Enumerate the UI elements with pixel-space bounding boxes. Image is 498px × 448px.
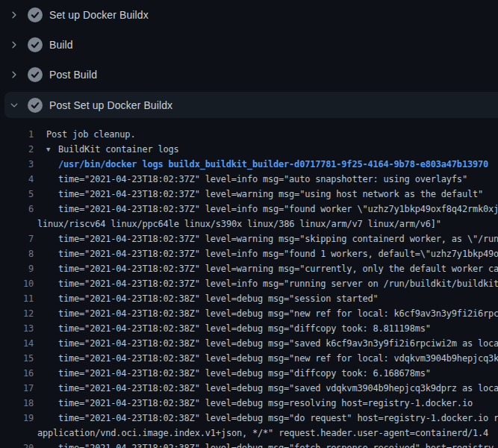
log-text: time="2021-04-23T18:02:38Z" level=debug … [58,291,379,306]
line-number[interactable]: 8 [0,246,34,261]
line-number[interactable]: 10 [0,276,34,291]
line-number[interactable]: 15 [0,351,34,366]
log-line: 7time="2021-04-23T18:02:37Z" level=warni… [0,231,498,246]
line-number[interactable]: 17 [0,381,34,396]
chevron-right-icon[interactable] [10,40,19,49]
step-title: Post Build [49,69,97,81]
line-number[interactable]: 9 [0,261,34,276]
chevron-right-icon[interactable] [10,10,19,19]
log-text: time="2021-04-23T18:02:38Z" level=debug … [58,351,498,366]
log-text: linux/riscv64 linux/ppc64le linux/s390x … [37,217,441,231]
log-text: Post job cleanup. [46,127,135,142]
step-section-set-up-docker-buildx[interactable]: Set up Docker Buildx [0,0,498,30]
log-text: time="2021-04-23T18:02:37Z" level=warnin… [58,261,498,276]
line-number[interactable]: 13 [0,321,34,336]
line-number[interactable]: 12 [0,306,34,321]
log-text: time="2021-04-23T18:02:38Z" level=debug … [58,321,431,336]
line-number[interactable]: 20 [0,441,34,448]
log-text: time="2021-04-23T18:02:37Z" level=info m… [58,276,498,291]
step-section-list: Set up Docker BuildxBuildPost BuildPost … [0,0,498,118]
log-line: 15time="2021-04-23T18:02:38Z" level=debu… [0,351,498,366]
log-command-text: /usr/bin/docker logs buildx_buildkit_bui… [58,157,488,172]
log-line: linux/riscv64 linux/ppc64le linux/s390x … [0,217,498,231]
line-number[interactable]: 3 [0,157,34,172]
log-line: 10time="2021-04-23T18:02:37Z" level=info… [0,276,498,291]
log-group-label: BuildKit container logs [58,144,179,155]
log-text: application/vnd.oci.image.index.v1+json,… [37,426,488,441]
step-title: Build [49,39,73,51]
log-text: time="2021-04-23T18:02:37Z" level=warnin… [58,231,498,246]
step-section-post-build[interactable]: Post Build [0,60,498,90]
step-section-post-set-up-docker-buildx[interactable]: Post Set up Docker Buildx [4,92,498,118]
log-text: time="2021-04-23T18:02:38Z" level=debug … [58,381,498,396]
log-text: time="2021-04-23T18:02:38Z" level=debug … [58,336,498,351]
log-text: time="2021-04-23T18:02:37Z" level=info m… [58,246,498,261]
step-title: Set up Docker Buildx [49,9,149,21]
log-line: 4time="2021-04-23T18:02:37Z" level=info … [0,172,498,187]
log-line: 19time="2021-04-23T18:02:38Z" level=debu… [0,411,498,426]
log-line: 16time="2021-04-23T18:02:38Z" level=debu… [0,366,498,381]
chevron-right-icon[interactable] [10,70,19,79]
log-line: 20time="2021-04-23T18:02:38Z" level=debu… [0,441,498,448]
log-line: 11time="2021-04-23T18:02:38Z" level=debu… [0,291,498,306]
line-number[interactable]: 7 [0,231,34,246]
line-number[interactable]: 14 [0,336,34,351]
line-number[interactable]: 5 [0,187,34,202]
log-text: time="2021-04-23T18:02:38Z" level=debug … [58,411,498,426]
log-output: 1Post job cleanup.2▼BuildKit container l… [0,119,498,448]
log-text: time="2021-04-23T18:02:37Z" level=info m… [58,202,498,217]
line-number[interactable]: 18 [0,396,34,411]
log-line: 13time="2021-04-23T18:02:38Z" level=debu… [0,321,498,336]
step-title: Post Set up Docker Buildx [49,99,172,111]
line-number[interactable]: 4 [0,172,34,187]
line-number[interactable]: 19 [0,411,34,426]
chevron-down-icon[interactable] [10,101,19,110]
log-text: time="2021-04-23T18:02:38Z" level=debug … [58,441,498,448]
line-number[interactable]: 2 [0,142,34,157]
log-line: 5time="2021-04-23T18:02:37Z" level=warni… [0,187,498,202]
line-number[interactable]: 11 [0,291,34,306]
log-line: 3/usr/bin/docker logs buildx_buildkit_bu… [0,157,498,172]
step-section-build[interactable]: Build [0,30,498,60]
line-number[interactable]: 6 [0,202,34,217]
log-text: ▼BuildKit container logs [46,142,179,157]
check-circle-icon [28,67,43,82]
check-circle-icon [28,7,43,22]
log-text: time="2021-04-23T18:02:38Z" level=debug … [58,306,498,321]
workflow-log-viewer: Set up Docker BuildxBuildPost BuildPost … [0,0,498,448]
log-text: time="2021-04-23T18:02:38Z" level=debug … [58,366,431,381]
log-line: 9time="2021-04-23T18:02:37Z" level=warni… [0,261,498,276]
check-circle-icon [28,37,43,52]
log-line: 2▼BuildKit container logs [0,142,498,157]
log-line: 14time="2021-04-23T18:02:38Z" level=debu… [0,336,498,351]
log-line: 12time="2021-04-23T18:02:38Z" level=debu… [0,306,498,321]
collapse-triangle-icon[interactable]: ▼ [46,142,58,157]
line-number[interactable]: 16 [0,366,34,381]
line-number[interactable] [0,426,34,441]
line-number[interactable]: 1 [0,127,34,142]
log-text: time="2021-04-23T18:02:37Z" level=warnin… [58,187,483,202]
log-text: time="2021-04-23T18:02:38Z" level=debug … [58,396,473,411]
log-text: time="2021-04-23T18:02:37Z" level=info m… [58,172,467,187]
log-line: 18time="2021-04-23T18:02:38Z" level=debu… [0,396,498,411]
log-line: 6time="2021-04-23T18:02:37Z" level=info … [0,202,498,217]
log-line: 17time="2021-04-23T18:02:38Z" level=debu… [0,381,498,396]
check-circle-icon [28,98,43,113]
log-line: 1Post job cleanup. [0,127,498,142]
line-number[interactable] [0,217,34,231]
log-line: application/vnd.oci.image.index.v1+json,… [0,426,498,441]
log-line: 8time="2021-04-23T18:02:37Z" level=info … [0,246,498,261]
